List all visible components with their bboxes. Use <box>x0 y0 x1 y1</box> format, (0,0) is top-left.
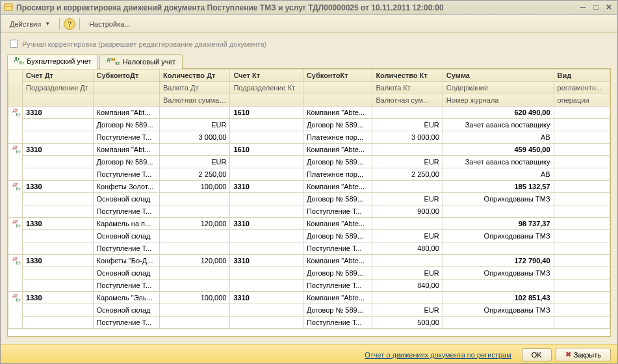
table-cell[interactable] <box>443 316 554 328</box>
table-cell[interactable]: Поступление Т... <box>303 279 372 291</box>
col-header[interactable]: Счет Кт <box>230 69 303 81</box>
table-cell[interactable]: Поступление Т... <box>93 131 159 143</box>
table-cell[interactable] <box>554 229 610 242</box>
table-cell[interactable]: 620 490,00 <box>443 106 554 118</box>
manual-edit-checkbox[interactable] <box>10 40 18 48</box>
table-cell[interactable] <box>23 192 93 205</box>
table-cell[interactable]: Поступление Т... <box>93 242 159 254</box>
table-cell[interactable]: EUR <box>372 192 443 205</box>
ok-button[interactable]: OK <box>522 348 552 361</box>
table-row[interactable]: Основной складДоговор № 589...EURОприход… <box>8 192 610 205</box>
table-cell[interactable]: Договор № 589... <box>303 155 372 168</box>
table-cell[interactable] <box>372 106 443 118</box>
table-cell[interactable] <box>23 229 93 242</box>
table-cell[interactable]: Компания "Abte... <box>303 217 372 229</box>
table-cell[interactable] <box>23 242 93 254</box>
table-cell[interactable] <box>23 316 93 328</box>
tab-accounting[interactable]: ДтКт Бухгалтерский учет <box>7 54 98 69</box>
report-link[interactable]: Отчет о движениях документа по регистрам <box>365 351 511 359</box>
table-cell[interactable] <box>443 205 554 217</box>
table-cell[interactable]: 102 851,43 <box>443 291 554 304</box>
table-row[interactable]: Основной складДоговор № 589...EURОприход… <box>8 229 610 242</box>
table-cell[interactable] <box>554 143 610 155</box>
table-cell[interactable]: 1330 <box>23 291 93 304</box>
table-cell[interactable]: 100,000 <box>159 291 229 304</box>
data-grid[interactable]: Счет Дт СубконтоДт Количество Дт Счет Кт… <box>7 69 611 337</box>
table-cell[interactable] <box>159 279 229 291</box>
table-cell[interactable]: 480,00 <box>372 242 443 254</box>
table-cell[interactable] <box>372 254 443 266</box>
table-cell[interactable] <box>554 180 610 192</box>
table-cell[interactable]: Компания "Abte... <box>303 254 372 266</box>
table-cell[interactable]: Оприходованы ТМЗ <box>443 304 554 316</box>
table-cell[interactable] <box>554 168 610 180</box>
table-row[interactable]: ДтКт1330Конфеты Золот...100,0003310Компа… <box>8 180 610 192</box>
table-cell[interactable] <box>23 304 93 316</box>
table-cell[interactable]: Договор № 589... <box>303 118 372 131</box>
table-cell[interactable] <box>230 192 303 205</box>
table-cell[interactable]: 2 250,00 <box>159 168 229 180</box>
col-header[interactable]: Количество Кт <box>372 69 443 81</box>
table-cell[interactable]: Поступление Т... <box>93 316 159 328</box>
table-cell[interactable]: Зачет аванса поставщику <box>443 118 554 131</box>
table-cell[interactable]: EUR <box>372 304 443 316</box>
maximize-button[interactable]: □ <box>590 3 602 13</box>
table-cell[interactable]: 172 790,40 <box>443 254 554 266</box>
table-cell[interactable] <box>554 118 610 131</box>
table-cell[interactable]: Поступление Т... <box>93 205 159 217</box>
col-subheader[interactable]: Валютная сум... <box>372 94 443 106</box>
table-cell[interactable] <box>372 291 443 304</box>
table-cell[interactable]: 3310 <box>230 291 303 304</box>
table-cell[interactable]: 120,000 <box>159 254 229 266</box>
col-header[interactable]: СубконтоКт <box>303 69 372 81</box>
table-row[interactable]: Договор № 589...EURДоговор № 589...EURЗа… <box>8 118 610 131</box>
table-cell[interactable]: EUR <box>372 229 443 242</box>
table-cell[interactable] <box>230 304 303 316</box>
minimize-button[interactable]: ─ <box>577 3 589 13</box>
table-cell[interactable] <box>159 266 229 279</box>
col-header[interactable]: Количество Дт <box>159 69 229 81</box>
table-cell[interactable]: Карамель "Эль... <box>93 291 159 304</box>
table-cell[interactable] <box>230 205 303 217</box>
table-cell[interactable]: 1330 <box>23 180 93 192</box>
table-cell[interactable]: 3310 <box>230 180 303 192</box>
table-cell[interactable] <box>159 205 229 217</box>
table-cell[interactable]: Платежное пор... <box>303 168 372 180</box>
table-cell[interactable] <box>23 168 93 180</box>
table-cell[interactable]: 100,000 <box>159 180 229 192</box>
table-cell[interactable]: 459 450,00 <box>443 143 554 155</box>
table-cell[interactable] <box>23 155 93 168</box>
table-cell[interactable]: АВ <box>443 131 554 143</box>
table-cell[interactable]: Договор № 589... <box>303 229 372 242</box>
table-cell[interactable] <box>230 168 303 180</box>
table-cell[interactable]: Основной склад <box>93 266 159 279</box>
table-cell[interactable] <box>554 106 610 118</box>
table-cell[interactable]: 900,00 <box>372 205 443 217</box>
col-subheader[interactable]: Валюта Дт <box>159 81 229 94</box>
close-window-button[interactable]: ✕ <box>603 3 615 13</box>
table-cell[interactable] <box>554 217 610 229</box>
table-cell[interactable]: Платежное пор... <box>303 131 372 143</box>
table-cell[interactable] <box>23 118 93 131</box>
table-cell[interactable] <box>443 242 554 254</box>
help-icon[interactable]: ? <box>64 18 75 30</box>
table-cell[interactable] <box>554 304 610 316</box>
table-cell[interactable]: Конфеты Золот... <box>93 180 159 192</box>
table-cell[interactable]: Оприходованы ТМЗ <box>443 229 554 242</box>
table-cell[interactable]: EUR <box>372 266 443 279</box>
table-row[interactable]: Поступление Т...Поступление Т...840,00 <box>8 279 610 291</box>
table-cell[interactable]: Поступление Т... <box>303 205 372 217</box>
table-cell[interactable] <box>159 242 229 254</box>
table-cell[interactable] <box>23 279 93 291</box>
table-cell[interactable] <box>554 291 610 304</box>
table-cell[interactable]: 98 737,37 <box>443 217 554 229</box>
table-cell[interactable]: 3310 <box>230 217 303 229</box>
table-cell[interactable]: Договор № 589... <box>303 266 372 279</box>
table-cell[interactable] <box>554 316 610 328</box>
table-cell[interactable]: 840,00 <box>372 279 443 291</box>
table-cell[interactable] <box>372 143 443 155</box>
col-header[interactable]: Сумма <box>443 69 554 81</box>
table-cell[interactable]: Основной склад <box>93 192 159 205</box>
table-cell[interactable]: Поступление Т... <box>93 168 159 180</box>
table-cell[interactable] <box>230 131 303 143</box>
